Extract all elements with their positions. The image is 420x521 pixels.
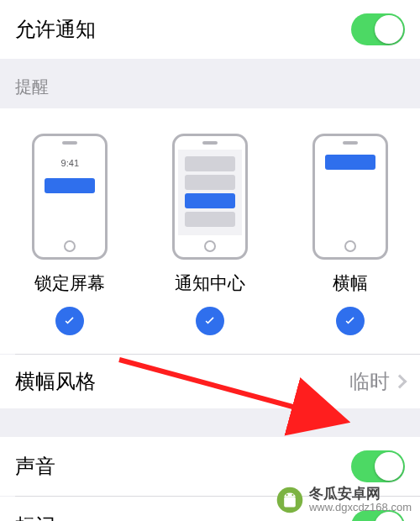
lock-screen-icon: 9:41 [32, 134, 108, 260]
preview-banners-label: 横幅 [333, 271, 368, 295]
notification-center-icon [172, 134, 248, 260]
preview-notification-center[interactable]: 通知中心 [172, 134, 248, 335]
checkmark-icon [342, 313, 359, 329]
sounds-toggle[interactable] [351, 450, 405, 482]
preview-banners-check[interactable] [336, 307, 365, 335]
preview-lock-screen-check[interactable] [55, 307, 84, 335]
banners-icon [312, 134, 388, 260]
banner-style-row[interactable]: 横幅风格 临时 [0, 355, 420, 408]
banner-style-value: 临时 [349, 368, 390, 395]
banner-style-label: 横幅风格 [15, 368, 96, 395]
preview-notification-center-check[interactable] [196, 307, 224, 335]
badges-row: 标记 [0, 497, 420, 521]
allow-notifications-label: 允许通知 [15, 16, 96, 43]
preview-notification-center-label: 通知中心 [175, 271, 245, 295]
badges-label: 标记 [15, 513, 55, 521]
allow-notifications-row: 允许通知 [0, 0, 420, 59]
preview-lock-screen-label: 锁定屏幕 [34, 271, 105, 295]
preview-banners[interactable]: 横幅 [312, 134, 388, 335]
allow-notifications-toggle[interactable] [351, 13, 405, 45]
sounds-label: 声音 [15, 453, 55, 480]
alert-style-previews: 9:41 锁定屏幕 通知中心 横幅 [0, 108, 420, 354]
checkmark-icon [61, 313, 78, 329]
banner-style-value-wrap: 临时 [349, 368, 405, 395]
sounds-row: 声音 [0, 437, 420, 496]
alerts-section-header: 提醒 [0, 59, 420, 108]
badges-toggle[interactable] [351, 510, 405, 521]
preview-lock-screen[interactable]: 9:41 锁定屏幕 [32, 134, 108, 335]
chevron-right-icon [393, 375, 407, 389]
checkmark-icon [202, 313, 218, 329]
lock-screen-time: 9:41 [38, 158, 102, 168]
